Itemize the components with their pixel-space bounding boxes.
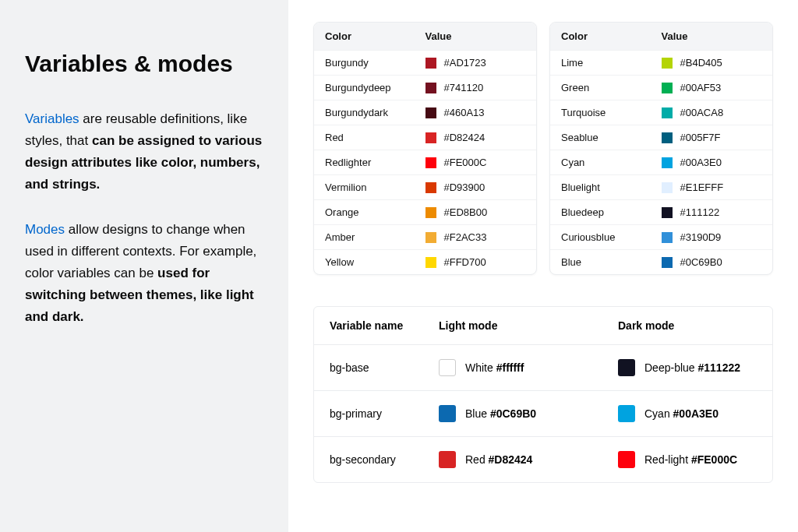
color-value-cell: #00ACA8 (662, 107, 762, 118)
color-hex: #D93900 (444, 181, 486, 193)
color-value-cell: #005F7F (662, 132, 762, 143)
color-name: Blue (561, 256, 662, 268)
color-name: Lime (561, 57, 662, 69)
color-swatch (662, 182, 673, 193)
color-swatch (425, 58, 436, 69)
color-hex: #B4D405 (680, 57, 722, 69)
color-swatch (425, 107, 436, 118)
modes-link[interactable]: Modes (25, 222, 65, 237)
modes-table-row: bg-baseWhite #ffffffDeep-blue #111222 (314, 345, 772, 390)
modes-table: Variable name Light mode Dark mode bg-ba… (313, 306, 773, 483)
variable-name: bg-primary (330, 407, 439, 420)
page-title: Variables & modes (25, 51, 263, 77)
table-row: Vermilion#D93900 (314, 174, 536, 199)
color-name: Yellow (325, 256, 425, 268)
color-swatch (425, 132, 436, 143)
table-row: Turquoise#00ACA8 (550, 100, 772, 125)
color-table-right: Color Value Lime#B4D405Green#00AF53Turqu… (549, 22, 773, 275)
table-row: Burgundydark#460A13 (314, 100, 536, 125)
table-row: Bluelight#E1EFFF (550, 174, 772, 199)
color-hex: #ED8B00 (444, 206, 488, 218)
table-row: Redlighter#FE000C (314, 150, 536, 174)
mode-cell-dark: Cyan #00A3E0 (618, 405, 757, 422)
color-hex: #D82424 (444, 132, 486, 143)
header-value: Value (425, 30, 526, 42)
paragraph-modes: Modes allow designs to change when used … (25, 219, 263, 328)
color-value-cell: #D82424 (425, 132, 526, 143)
mode-cell-light: Red #D82424 (439, 451, 618, 468)
header-color: Color (325, 30, 425, 42)
color-name: Burgundydark (325, 107, 425, 118)
color-name: Red (325, 132, 425, 143)
table-row: Seablue#005F7F (550, 125, 772, 150)
color-swatch (425, 83, 436, 93)
color-value-cell: #ED8B00 (425, 206, 526, 218)
color-value-cell: #FE000C (425, 157, 526, 168)
color-table-left: Color Value Burgundy#AD1723Burgundydeep#… (313, 22, 537, 275)
color-hex: #FFD700 (444, 256, 486, 268)
color-swatch (425, 182, 436, 193)
color-swatch (425, 232, 436, 243)
variable-name: bg-secondary (330, 453, 439, 466)
table-row: Lime#B4D405 (550, 50, 772, 75)
color-name: Burgundy (325, 57, 425, 69)
mode-swatch (618, 451, 635, 468)
color-swatch (662, 132, 673, 143)
mode-label: Red-light #FE000C (644, 453, 737, 466)
mode-swatch (618, 405, 635, 422)
variable-name: bg-base (330, 361, 439, 374)
color-name: Burgundydeep (325, 82, 425, 93)
color-hex: #E1EFFF (680, 181, 724, 193)
color-swatch (662, 83, 673, 93)
color-swatch (662, 157, 673, 168)
mode-label: Red #D82424 (465, 453, 532, 466)
color-tables-container: Color Value Burgundy#AD1723Burgundydeep#… (313, 22, 773, 275)
color-swatch (425, 257, 436, 268)
color-hex: #111122 (680, 206, 720, 218)
color-value-cell: #460A13 (425, 107, 526, 118)
color-name: Redlighter (325, 157, 425, 168)
mode-cell-dark: Red-light #FE000C (618, 451, 757, 468)
color-value-cell: #F2AC33 (425, 231, 526, 243)
color-swatch (662, 58, 673, 69)
color-hex: #F2AC33 (444, 231, 487, 243)
color-value-cell: #111122 (662, 206, 762, 218)
main-content: Color Value Burgundy#AD1723Burgundydeep#… (288, 0, 798, 532)
color-value-cell: #D93900 (425, 181, 526, 193)
color-value-cell: #00AF53 (662, 82, 762, 93)
color-value-cell: #0C69B0 (662, 256, 762, 268)
color-hex: #3190D9 (680, 231, 722, 243)
header-dark-mode: Dark mode (618, 319, 757, 332)
color-name: Vermilion (325, 181, 425, 193)
variables-link[interactable]: Variables (25, 111, 79, 126)
mode-label: Blue #0C69B0 (465, 407, 536, 420)
table-row: Amber#F2AC33 (314, 224, 536, 249)
color-hex: #00ACA8 (680, 107, 724, 118)
mode-label: Deep-blue #111222 (644, 361, 740, 374)
table-row: Green#00AF53 (550, 75, 772, 100)
color-value-cell: #3190D9 (662, 231, 762, 243)
mode-cell-dark: Deep-blue #111222 (618, 359, 757, 376)
modes-table-row: bg-primaryBlue #0C69B0Cyan #00A3E0 (314, 390, 772, 436)
color-swatch (425, 157, 436, 168)
paragraph-variables: Variables are reusable definitions, like… (25, 108, 263, 196)
color-swatch (662, 107, 673, 118)
mode-swatch (439, 451, 456, 468)
header-variable-name: Variable name (330, 319, 439, 332)
color-hex: #AD1723 (444, 57, 486, 69)
color-name: Orange (325, 206, 425, 218)
table-header: Color Value (550, 23, 772, 50)
color-name: Cyan (561, 157, 662, 168)
color-value-cell: #E1EFFF (662, 181, 762, 193)
header-value: Value (662, 30, 762, 42)
mode-cell-light: Blue #0C69B0 (439, 405, 618, 422)
table-row: Blue#0C69B0 (550, 249, 772, 274)
color-name: Seablue (561, 132, 662, 143)
mode-label: Cyan #00A3E0 (644, 407, 719, 420)
table-row: Curiousblue#3190D9 (550, 224, 772, 249)
mode-swatch (618, 359, 635, 376)
table-row: Red#D82424 (314, 125, 536, 150)
sidebar: Variables & modes Variables are reusable… (0, 0, 288, 532)
header-light-mode: Light mode (439, 319, 618, 332)
color-value-cell: #B4D405 (662, 57, 762, 69)
